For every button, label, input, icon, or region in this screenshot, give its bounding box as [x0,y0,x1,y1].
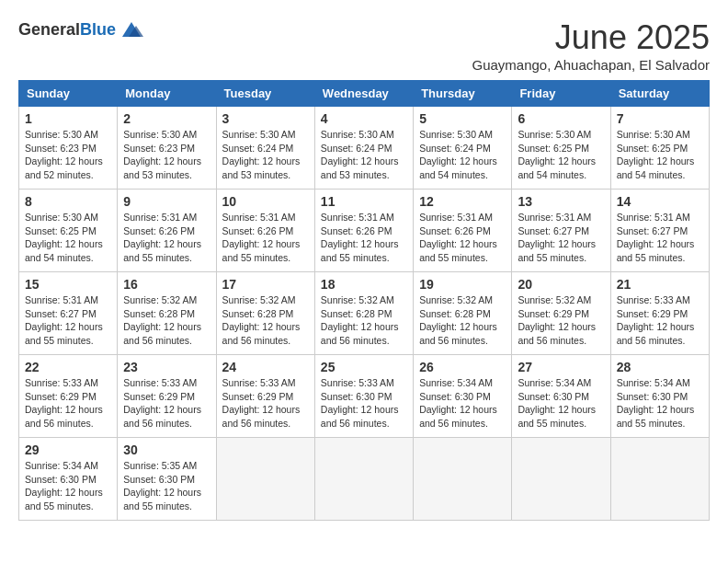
calendar-header-saturday: Saturday [610,81,709,107]
calendar-header-sunday: Sunday [19,81,118,107]
calendar-cell-21: 21Sunrise: 5:33 AMSunset: 6:29 PMDayligh… [610,272,709,355]
day-info: Sunrise: 5:32 AMSunset: 6:28 PMDaylight:… [222,293,309,348]
calendar-cell-17: 17Sunrise: 5:32 AMSunset: 6:28 PMDayligh… [216,272,314,355]
day-number: 20 [518,277,604,292]
calendar-header-row: SundayMondayTuesdayWednesdayThursdayFrid… [19,81,710,107]
day-number: 30 [123,442,210,457]
calendar-cell-25: 25Sunrise: 5:33 AMSunset: 6:30 PMDayligh… [314,355,413,438]
day-number: 13 [518,194,604,209]
day-info: Sunrise: 5:34 AMSunset: 6:30 PMDaylight:… [419,376,506,431]
day-info: Sunrise: 5:32 AMSunset: 6:29 PMDaylight:… [518,293,604,348]
day-info: Sunrise: 5:30 AMSunset: 6:25 PMDaylight:… [25,211,111,265]
calendar-header-wednesday: Wednesday [314,81,413,107]
logo-blue: Blue [80,20,116,39]
calendar-cell-24: 24Sunrise: 5:33 AMSunset: 6:29 PMDayligh… [216,355,314,438]
location-subtitle: Guaymango, Ahuachapan, El Salvador [472,57,710,73]
day-info: Sunrise: 5:31 AMSunset: 6:27 PMDaylight:… [25,293,111,348]
calendar-cell-26: 26Sunrise: 5:34 AMSunset: 6:30 PMDayligh… [414,355,512,438]
day-number: 10 [222,194,309,209]
day-number: 1 [25,111,111,126]
day-info: Sunrise: 5:33 AMSunset: 6:29 PMDaylight:… [617,293,703,348]
logo-icon [118,18,145,40]
day-info: Sunrise: 5:30 AMSunset: 6:24 PMDaylight:… [321,128,407,182]
calendar-cell-11: 11Sunrise: 5:31 AMSunset: 6:26 PMDayligh… [314,190,413,272]
calendar-cell-8: 8Sunrise: 5:30 AMSunset: 6:25 PMDaylight… [19,190,118,272]
day-info: Sunrise: 5:32 AMSunset: 6:28 PMDaylight:… [123,293,210,348]
calendar-cell-5: 5Sunrise: 5:30 AMSunset: 6:24 PMDaylight… [414,107,512,190]
calendar-cell-16: 16Sunrise: 5:32 AMSunset: 6:28 PMDayligh… [118,272,216,355]
calendar-cell-18: 18Sunrise: 5:32 AMSunset: 6:28 PMDayligh… [314,272,413,355]
day-info: Sunrise: 5:30 AMSunset: 6:23 PMDaylight:… [25,128,111,182]
calendar-cell-15: 15Sunrise: 5:31 AMSunset: 6:27 PMDayligh… [19,272,118,355]
day-number: 22 [25,360,111,374]
day-number: 29 [25,442,111,457]
calendar-cell-13: 13Sunrise: 5:31 AMSunset: 6:27 PMDayligh… [512,190,610,272]
day-number: 21 [617,277,703,292]
day-info: Sunrise: 5:34 AMSunset: 6:30 PMDaylight:… [617,376,703,431]
day-number: 24 [222,360,309,374]
day-number: 15 [25,277,111,292]
day-info: Sunrise: 5:30 AMSunset: 6:23 PMDaylight:… [123,128,210,182]
calendar-cell-empty [314,438,413,521]
calendar-cell-14: 14Sunrise: 5:31 AMSunset: 6:27 PMDayligh… [610,190,709,272]
calendar-cell-10: 10Sunrise: 5:31 AMSunset: 6:26 PMDayligh… [216,190,314,272]
calendar-header-tuesday: Tuesday [216,81,314,107]
calendar-cell-27: 27Sunrise: 5:34 AMSunset: 6:30 PMDayligh… [512,355,610,438]
calendar-cell-12: 12Sunrise: 5:31 AMSunset: 6:26 PMDayligh… [414,190,512,272]
day-number: 3 [222,111,309,126]
calendar-cell-22: 22Sunrise: 5:33 AMSunset: 6:29 PMDayligh… [19,355,118,438]
month-title: June 2025 [472,18,710,57]
day-number: 6 [518,111,604,126]
day-number: 8 [25,194,111,209]
logo-general: General [18,20,80,39]
day-info: Sunrise: 5:31 AMSunset: 6:27 PMDaylight:… [617,211,703,265]
day-info: Sunrise: 5:32 AMSunset: 6:28 PMDaylight:… [321,293,407,348]
day-info: Sunrise: 5:30 AMSunset: 6:25 PMDaylight:… [518,128,604,182]
day-info: Sunrise: 5:34 AMSunset: 6:30 PMDaylight:… [25,459,111,513]
calendar-week-3: 15Sunrise: 5:31 AMSunset: 6:27 PMDayligh… [19,272,710,355]
calendar-cell-7: 7Sunrise: 5:30 AMSunset: 6:25 PMDaylight… [610,107,709,190]
day-info: Sunrise: 5:33 AMSunset: 6:30 PMDaylight:… [321,376,407,431]
title-area: June 2025 Guaymango, Ahuachapan, El Salv… [472,18,710,73]
day-number: 2 [123,111,210,126]
calendar-cell-empty [414,438,512,521]
calendar-week-1: 1Sunrise: 5:30 AMSunset: 6:23 PMDaylight… [19,107,710,190]
calendar-cell-28: 28Sunrise: 5:34 AMSunset: 6:30 PMDayligh… [610,355,709,438]
calendar-cell-23: 23Sunrise: 5:33 AMSunset: 6:29 PMDayligh… [118,355,216,438]
day-info: Sunrise: 5:31 AMSunset: 6:26 PMDaylight:… [321,211,407,265]
header: GeneralBlue June 2025 Guaymango, Ahuacha… [18,18,710,73]
day-number: 19 [419,277,506,292]
calendar-cell-4: 4Sunrise: 5:30 AMSunset: 6:24 PMDaylight… [314,107,413,190]
day-number: 27 [518,360,604,374]
calendar-week-4: 22Sunrise: 5:33 AMSunset: 6:29 PMDayligh… [19,355,710,438]
day-info: Sunrise: 5:33 AMSunset: 6:29 PMDaylight:… [25,376,111,431]
day-number: 12 [419,194,506,209]
day-info: Sunrise: 5:33 AMSunset: 6:29 PMDaylight:… [222,376,309,431]
calendar-cell-3: 3Sunrise: 5:30 AMSunset: 6:24 PMDaylight… [216,107,314,190]
day-number: 7 [617,111,703,126]
calendar-header-monday: Monday [118,81,216,107]
calendar-header-friday: Friday [512,81,610,107]
day-number: 25 [321,360,407,374]
calendar-cell-empty [610,438,709,521]
day-info: Sunrise: 5:30 AMSunset: 6:25 PMDaylight:… [617,128,703,182]
day-number: 23 [123,360,210,374]
day-number: 11 [321,194,407,209]
day-number: 4 [321,111,407,126]
day-number: 26 [419,360,506,374]
calendar-week-5: 29Sunrise: 5:34 AMSunset: 6:30 PMDayligh… [19,438,710,521]
day-number: 18 [321,277,407,292]
day-info: Sunrise: 5:32 AMSunset: 6:28 PMDaylight:… [419,293,506,348]
calendar-cell-30: 30Sunrise: 5:35 AMSunset: 6:30 PMDayligh… [118,438,216,521]
calendar-header-thursday: Thursday [414,81,512,107]
day-info: Sunrise: 5:33 AMSunset: 6:29 PMDaylight:… [123,376,210,431]
day-info: Sunrise: 5:30 AMSunset: 6:24 PMDaylight:… [222,128,309,182]
calendar-cell-2: 2Sunrise: 5:30 AMSunset: 6:23 PMDaylight… [118,107,216,190]
calendar-cell-19: 19Sunrise: 5:32 AMSunset: 6:28 PMDayligh… [414,272,512,355]
calendar-cell-29: 29Sunrise: 5:34 AMSunset: 6:30 PMDayligh… [19,438,118,521]
day-info: Sunrise: 5:31 AMSunset: 6:26 PMDaylight:… [419,211,506,265]
calendar-week-2: 8Sunrise: 5:30 AMSunset: 6:25 PMDaylight… [19,190,710,272]
day-number: 5 [419,111,506,126]
day-number: 16 [123,277,210,292]
calendar-cell-1: 1Sunrise: 5:30 AMSunset: 6:23 PMDaylight… [19,107,118,190]
